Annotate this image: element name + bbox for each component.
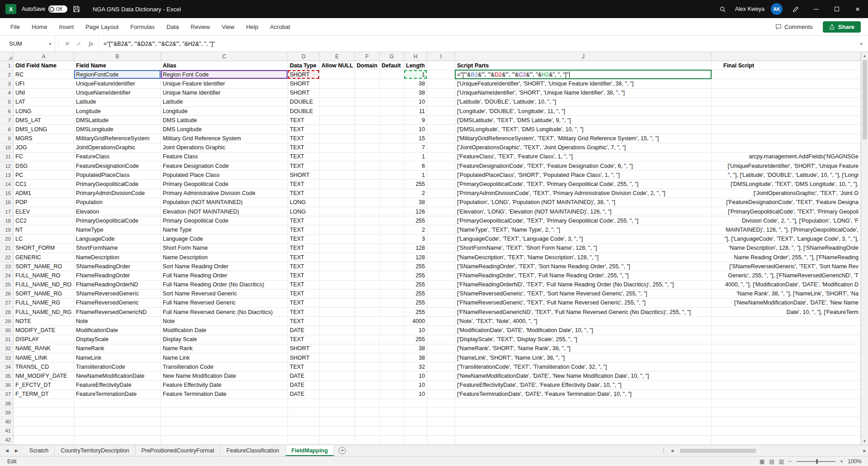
cell-b20[interactable]: LanguageCode [74, 235, 161, 244]
cell-d1[interactable]: Data Type [288, 61, 320, 70]
cell-c41[interactable] [161, 427, 288, 436]
row-header-28[interactable]: 28 [0, 308, 14, 317]
cell-b35[interactable]: NewNameModificationDate [74, 371, 161, 380]
cell-b10[interactable]: JointOperationsGraphic [74, 143, 161, 152]
cell-b28[interactable]: FNameReversedGenericND [74, 308, 161, 317]
cell-b40[interactable] [74, 417, 161, 426]
cell-k39[interactable] [712, 408, 861, 417]
cell-g28[interactable] [380, 308, 404, 317]
cell-c3[interactable]: Unique Feature Identifier [161, 79, 288, 88]
cell-k32[interactable] [712, 344, 861, 353]
cell-a38[interactable] [14, 399, 74, 408]
cell-i30[interactable] [427, 326, 455, 335]
cell-e22[interactable] [320, 253, 355, 262]
cell-i1[interactable] [427, 61, 455, 70]
cell-d30[interactable]: DATE [288, 326, 320, 335]
cell-g5[interactable] [380, 98, 404, 107]
col-header-f[interactable]: F [355, 52, 380, 61]
cell-i14[interactable] [427, 180, 455, 189]
cell-a14[interactable]: CC1 [14, 180, 74, 189]
sheet-nav-right-icon[interactable]: ▶ [15, 448, 18, 453]
cell-g29[interactable] [380, 317, 404, 326]
cell-d40[interactable] [288, 417, 320, 426]
cell-g36[interactable] [380, 381, 404, 390]
cell-h19[interactable]: 2 [404, 225, 427, 234]
row-header-12[interactable]: 12 [0, 162, 14, 171]
cell-g25[interactable] [380, 281, 404, 290]
menu-tab-view[interactable]: View [216, 18, 240, 35]
cell-k40[interactable] [712, 417, 861, 426]
cell-f26[interactable] [355, 290, 380, 299]
cell-k36[interactable] [712, 381, 861, 390]
cell-h18[interactable]: 255 [404, 216, 427, 225]
cell-j37[interactable]: ['FeatureTerminationDate', 'DATE', 'Feat… [455, 390, 712, 399]
cell-k31[interactable] [712, 335, 861, 344]
restore-button[interactable] [826, 0, 847, 18]
cell-h17[interactable]: 126 [404, 207, 427, 216]
cell-f27[interactable] [355, 299, 380, 308]
cell-h33[interactable]: 38 [404, 353, 427, 362]
cell-a12[interactable]: DSG [14, 162, 74, 171]
cell-e13[interactable] [320, 171, 355, 180]
scroll-left-icon[interactable]: ◀ [671, 449, 674, 453]
cell-k21[interactable]: 'Name Description', 128, ", "], ['SNameR… [712, 244, 861, 253]
cell-c17[interactable]: Elevation (NOT MAINTAINED) [161, 207, 288, 216]
normal-view-icon[interactable]: ▦ [760, 458, 764, 465]
cell-i20[interactable] [427, 235, 455, 244]
cell-h38[interactable] [404, 399, 427, 408]
cell-k3[interactable] [712, 79, 861, 88]
page-break-view-icon[interactable]: ▥ [779, 458, 784, 465]
cell-i40[interactable] [427, 417, 455, 426]
scroll-up-icon[interactable]: ▲ [863, 52, 867, 59]
cell-j32[interactable]: ['NameRank', 'SHORT', 'Name Rank', 38, "… [455, 344, 712, 353]
cell-b29[interactable]: Note [74, 317, 161, 326]
cell-g11[interactable] [380, 152, 404, 162]
cell-e29[interactable] [320, 317, 355, 326]
cell-c40[interactable] [161, 417, 288, 426]
cell-d10[interactable]: TEXT [288, 143, 320, 152]
col-header-h[interactable]: H [404, 52, 427, 61]
cell-b42[interactable] [74, 436, 161, 445]
cell-g8[interactable] [380, 125, 404, 134]
cell-f7[interactable] [355, 116, 380, 125]
menu-tab-data[interactable]: Data [160, 18, 184, 35]
avatar[interactable]: AK [771, 3, 783, 15]
cell-j5[interactable]: ['Latitude', 'DOUBLE', 'Latitude', 10, "… [455, 98, 712, 107]
sheet-tab-scratch[interactable]: Scratch [24, 445, 55, 456]
cell-e40[interactable] [320, 417, 355, 426]
cell-g21[interactable] [380, 244, 404, 253]
cell-c22[interactable]: Name Description [161, 253, 288, 262]
cell-j33[interactable]: ['NameLink', 'SHORT', 'Name Link', 38, "… [455, 353, 712, 362]
cell-a39[interactable] [14, 408, 74, 417]
cell-j25[interactable]: ['FNameReadingOrderND', 'TEXT', 'Full Na… [455, 281, 712, 290]
cell-a37[interactable]: F_TERM_DT [14, 390, 74, 399]
scrollbar-options-icon[interactable]: ⋮ [659, 447, 668, 454]
cell-h2[interactable]: 1 [404, 70, 427, 79]
cell-j24[interactable]: ['FNameReadingOrder', 'TEXT', 'Full Name… [455, 271, 712, 280]
autosave-toggle[interactable]: Off [48, 5, 67, 13]
cell-h36[interactable]: 10 [404, 381, 427, 390]
cell-j31[interactable]: ['DisplayScale', 'TEXT', 'Display Scale'… [455, 335, 712, 344]
cell-j3[interactable]: ['UniqueFeatureIdentifier', 'SHORT', 'Un… [455, 79, 712, 88]
cell-e19[interactable] [320, 225, 355, 234]
row-header-21[interactable]: 21 [0, 244, 14, 253]
pen-icon[interactable] [786, 6, 806, 13]
cell-h7[interactable]: 9 [404, 116, 427, 125]
cell-b2[interactable]: RegionFontCode [74, 70, 161, 79]
cell-j2[interactable]: ="['"&B2&"', '"&D2&"', '"&C2&"', "&H2&",… [455, 70, 712, 79]
cell-f41[interactable] [355, 427, 380, 436]
cell-b3[interactable]: UniqueFeatureIdentifier [74, 79, 161, 88]
cell-g6[interactable] [380, 107, 404, 116]
cell-f16[interactable] [355, 198, 380, 207]
cell-g37[interactable] [380, 390, 404, 399]
cell-f42[interactable] [355, 436, 380, 445]
autosave-control[interactable]: AutoSave Off [22, 5, 67, 13]
cell-h26[interactable]: 255 [404, 290, 427, 299]
cell-i5[interactable] [427, 98, 455, 107]
cell-a23[interactable]: SORT_NAME_RO [14, 262, 74, 271]
cell-e4[interactable] [320, 89, 355, 98]
cell-j10[interactable]: ['JointOperationsGraphic', 'TEXT', 'Join… [455, 143, 712, 152]
cell-c27[interactable]: Full Name Reversed Generic [161, 299, 288, 308]
cell-j20[interactable]: ['LanguageCode', 'TEXT', 'Language Code'… [455, 235, 712, 244]
cell-c1[interactable]: Alias [161, 61, 288, 70]
